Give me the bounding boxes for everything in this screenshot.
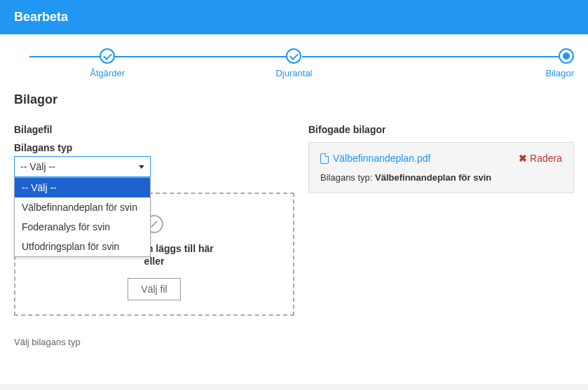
step-check-icon <box>286 48 301 64</box>
content-area: Åtgärder Djurantal Bilagor Bilagor Bilag… <box>0 34 588 361</box>
delete-attachment-button[interactable]: ✖ Radera <box>519 153 562 164</box>
right-column: Bifogade bilagor Välbefinnandeplan.pdf ✖… <box>308 124 574 347</box>
attachment-type-select-wrap: -- Välj -- -- Välj -- Välbefinnandeplan … <box>14 156 151 177</box>
file-heading: Bilagefil <box>14 124 294 135</box>
columns: Bilagefil Bilagans typ -- Välj -- -- Väl… <box>14 124 574 347</box>
attached-heading: Bifogade bilagor <box>308 124 574 135</box>
select-value: -- Välj -- <box>20 161 55 172</box>
attachment-type-line: Bilagans typ: Välbefinnandeplan för svin <box>320 172 562 183</box>
left-column: Bilagefil Bilagans typ -- Välj -- -- Väl… <box>14 124 294 347</box>
delete-label: Radera <box>530 153 562 164</box>
step-label: Djurantal <box>275 68 312 78</box>
attachment-file-link[interactable]: Välbefinnandeplan.pdf <box>320 153 430 164</box>
step-label: Åtgärder <box>90 68 125 78</box>
type-label: Bilagans typ <box>14 142 294 153</box>
attachment-type-value: Välbefinnandeplan för svin <box>375 172 491 183</box>
step-animal-count[interactable]: Djurantal <box>200 48 387 78</box>
step-current-icon <box>559 48 574 64</box>
step-label: Bilagor <box>546 68 574 78</box>
dropdown-option-feeding-plan[interactable]: Utfodringsplan för svin <box>15 237 150 256</box>
step-attachments[interactable]: Bilagor <box>388 48 574 78</box>
close-icon: ✖ <box>519 153 527 164</box>
stepper: Åtgärder Djurantal Bilagor <box>14 48 574 78</box>
select-type-hint: Välj bilagans typ <box>14 337 294 347</box>
footer-bar: Obligatoriskt fält: * « Föregående Återg… <box>0 384 588 390</box>
dropdown-option-wellbeing[interactable]: Välbefinnandeplan för svin <box>15 197 150 217</box>
attachment-type-prefix: Bilagans typ: <box>320 172 375 183</box>
chevron-down-icon <box>139 165 144 169</box>
dropdown-option-none[interactable]: -- Välj -- <box>15 178 150 197</box>
dropzone-text-2: eller <box>22 256 286 267</box>
attachment-row: Välbefinnandeplan.pdf ✖ Radera <box>320 153 562 164</box>
file-icon <box>320 153 329 164</box>
attachment-type-dropdown: -- Välj -- Välbefinnandeplan för svin Fo… <box>14 177 151 257</box>
step-actions[interactable]: Åtgärder <box>14 48 200 78</box>
attachment-item: Välbefinnandeplan.pdf ✖ Radera Bilagans … <box>308 142 574 193</box>
attachment-type-select[interactable]: -- Välj -- <box>14 156 151 177</box>
section-title: Bilagor <box>14 92 574 107</box>
page-header: Bearbeta <box>0 0 588 34</box>
dropdown-option-feed-analysis[interactable]: Foderanalys för svin <box>15 217 150 237</box>
page-title: Bearbeta <box>14 10 68 24</box>
stepper-line <box>302 56 559 57</box>
stepper-line <box>29 56 287 57</box>
attachment-filename: Välbefinnandeplan.pdf <box>333 153 430 164</box>
choose-file-button[interactable]: Välj fil <box>128 278 180 300</box>
step-check-icon <box>100 48 115 64</box>
